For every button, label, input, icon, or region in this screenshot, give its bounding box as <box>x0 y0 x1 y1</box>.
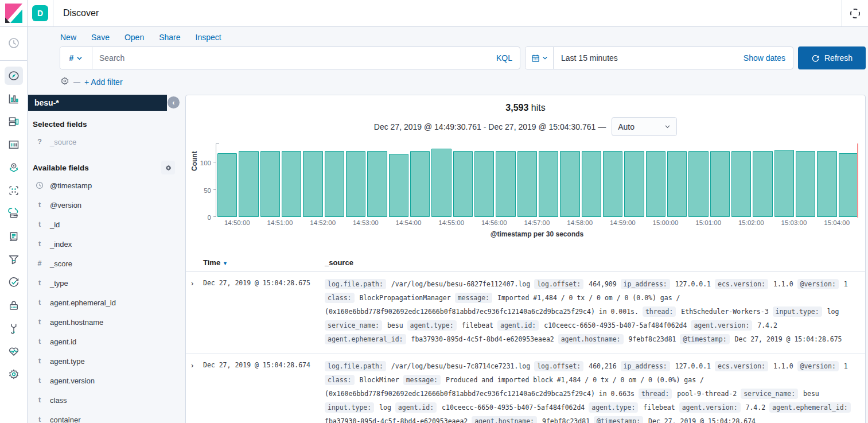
kibana-logo[interactable] <box>0 0 28 26</box>
query-filter-toggle[interactable]: # <box>60 47 92 69</box>
time-range-value[interactable]: Last 15 minutes <box>554 53 744 63</box>
histogram-bar[interactable] <box>303 151 322 217</box>
histogram-bar[interactable] <box>453 151 473 217</box>
expand-row-button[interactable]: › <box>186 277 203 288</box>
query-language-button[interactable]: KQL <box>496 53 520 63</box>
nav-dev-tools[interactable] <box>0 317 28 340</box>
field-item-_source[interactable]: ?_source <box>33 132 176 152</box>
expand-row-button[interactable]: › <box>186 359 203 370</box>
histogram-bar[interactable] <box>389 154 408 217</box>
source-field-badge: log.file.path: <box>325 361 386 371</box>
source-field-badge: agent.ephemeral_id: <box>769 402 851 413</box>
help-button[interactable] <box>842 0 868 26</box>
field-item-agent.hostname[interactable]: tagent.hostname <box>33 312 176 332</box>
menu-open[interactable]: Open <box>124 33 144 42</box>
nav-maps[interactable] <box>0 156 28 179</box>
menu-new[interactable]: New <box>60 33 76 42</box>
nav-visualize[interactable] <box>0 87 28 110</box>
field-type-icon: t <box>35 337 44 346</box>
row-time-value: Dec 27, 2019 @ 15:04:28.675 <box>203 277 325 287</box>
histogram-bar[interactable] <box>731 151 751 217</box>
field-item-_type[interactable]: t_type <box>33 273 176 293</box>
histogram-bar[interactable] <box>688 151 708 217</box>
field-name: _score <box>50 259 72 268</box>
menu-inspect[interactable]: Inspect <box>196 33 221 42</box>
field-item-@timestamp[interactable]: @timestamp <box>33 176 176 195</box>
table-row: ›Dec 27, 2019 @ 15:04:28.675log.file.pat… <box>186 271 865 354</box>
interval-select[interactable]: Auto <box>612 117 677 136</box>
time-column-header[interactable]: Time▼ <box>203 258 325 267</box>
search-input[interactable] <box>92 47 496 69</box>
histogram-bar[interactable] <box>367 151 387 217</box>
menu-share[interactable]: Share <box>159 33 180 42</box>
field-item-agent.ephemeral_id[interactable]: tagent.ephemeral_id <box>33 293 176 312</box>
histogram-bar[interactable] <box>796 151 815 217</box>
field-type-icon: t <box>35 220 44 228</box>
histogram-bar[interactable] <box>839 153 858 217</box>
field-item-agent.type[interactable]: tagent.type <box>33 351 176 371</box>
nav-management[interactable] <box>0 363 28 386</box>
histogram-bar[interactable] <box>239 151 258 217</box>
sort-descending-icon[interactable]: ▼ <box>223 261 228 266</box>
histogram-bar[interactable] <box>646 151 665 217</box>
calendar-icon <box>531 54 540 63</box>
histogram-bar[interactable] <box>603 151 622 217</box>
refresh-button[interactable]: Refresh <box>798 46 866 69</box>
field-item-_id[interactable]: t_id <box>33 215 176 234</box>
nav-discover[interactable] <box>0 64 28 87</box>
nav-stack-monitoring[interactable] <box>0 340 28 363</box>
histogram-bar[interactable] <box>667 151 687 217</box>
histogram-bar[interactable] <box>624 151 644 217</box>
histogram-bar[interactable] <box>817 151 836 217</box>
histogram-bar[interactable] <box>774 150 794 217</box>
histogram-bar[interactable] <box>582 151 601 217</box>
field-settings-button[interactable] <box>161 161 175 174</box>
add-filter-button[interactable]: + Add filter <box>84 77 123 87</box>
histogram-bar[interactable] <box>325 151 344 217</box>
nav-machine-learning[interactable] <box>0 179 28 202</box>
menu-save[interactable]: Save <box>91 33 110 42</box>
nav-canvas[interactable] <box>0 133 28 156</box>
collapse-sidebar-button[interactable]: ‹ <box>168 96 180 108</box>
discover-app-badge[interactable]: D <box>32 5 48 21</box>
field-item-_index[interactable]: t_index <box>33 234 176 254</box>
histogram-bar[interactable] <box>346 151 365 217</box>
field-item-_score[interactable]: #_score <box>33 254 176 273</box>
source-field-badge: @timestamp: <box>594 416 643 423</box>
histogram-bar[interactable] <box>560 151 579 217</box>
histogram-bar[interactable] <box>282 151 301 217</box>
calendar-button[interactable] <box>526 47 554 69</box>
index-pattern-selector[interactable]: besu-* <box>28 95 167 111</box>
filter-settings-gear-icon[interactable] <box>60 76 69 88</box>
field-item-agent.version[interactable]: tagent.version <box>33 371 176 390</box>
x-tick-label: 14:54:00 <box>396 219 422 226</box>
recently-viewed-button[interactable] <box>0 32 28 55</box>
chevron-down-icon <box>664 123 671 130</box>
histogram-bar[interactable] <box>539 151 558 217</box>
histogram-bar[interactable] <box>517 151 537 217</box>
uptime-icon <box>8 277 20 288</box>
nav-dashboard[interactable] <box>0 110 28 133</box>
histogram-bar[interactable] <box>710 151 730 217</box>
histogram-bar[interactable] <box>217 153 237 217</box>
nav-apm[interactable] <box>0 248 28 271</box>
nav-uptime[interactable] <box>0 271 28 294</box>
nav-logs[interactable] <box>0 225 28 248</box>
source-field-badge: input.type: <box>325 402 374 413</box>
histogram-bar[interactable] <box>260 151 280 217</box>
x-axis-ticks: 14:50:0014:51:0014:52:0014:53:0014:54:00… <box>216 219 858 228</box>
histogram-bar[interactable] <box>431 149 451 217</box>
field-item-class[interactable]: tclass <box>33 390 176 410</box>
histogram-bar[interactable] <box>753 151 772 217</box>
histogram-bar[interactable] <box>496 151 515 217</box>
field-item-agent.id[interactable]: tagent.id <box>33 332 176 351</box>
x-tick-label: 14:53:00 <box>353 219 379 226</box>
field-item-container[interactable]: tcontainer <box>33 410 176 423</box>
show-dates-button[interactable]: Show dates <box>744 53 793 63</box>
histogram-bar[interactable] <box>410 151 430 217</box>
nav-metrics[interactable] <box>0 202 28 225</box>
nav-siem[interactable] <box>0 294 28 317</box>
field-item-@version[interactable]: t@version <box>33 195 176 215</box>
field-name: agent.type <box>50 357 85 366</box>
histogram-bar[interactable] <box>474 151 494 217</box>
